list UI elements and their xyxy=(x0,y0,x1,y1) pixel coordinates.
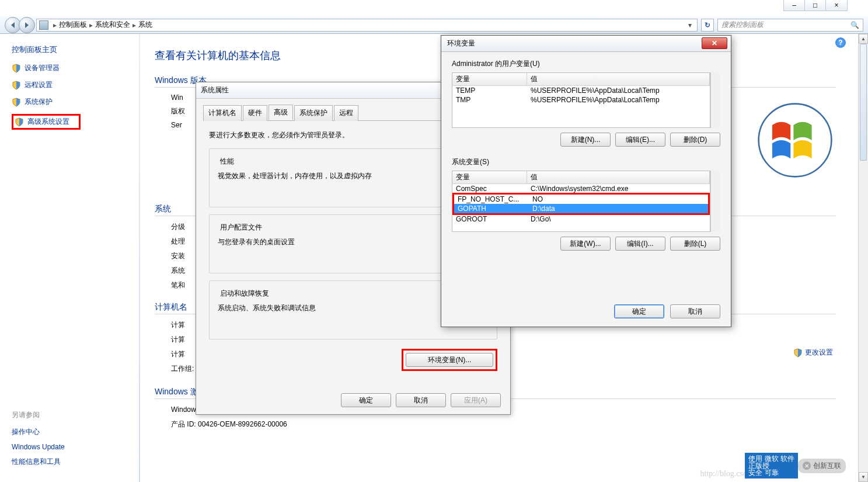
search-input[interactable]: 搜索控制面板 🔍 xyxy=(717,19,863,32)
col-variable[interactable]: 变量 xyxy=(452,73,527,85)
sys-vars-buttons: 新建(W)... 编辑(I)... 删除(L) xyxy=(452,237,720,251)
col-value[interactable]: 值 xyxy=(527,171,710,183)
var-value: NO xyxy=(529,195,546,204)
dialog-footer-buttons: 确定 取消 xyxy=(614,304,720,318)
tab-hardware[interactable]: 硬件 xyxy=(243,105,267,121)
vertical-scrollbar[interactable]: ▲ ▼ xyxy=(858,34,868,482)
list-row[interactable]: TEMP%USERPROFILE%\AppData\Local\Temp xyxy=(452,86,710,95)
close-button[interactable]: × xyxy=(826,0,847,11)
dialog-buttons: 确定 取消 应用(A) xyxy=(341,393,501,407)
breadcrumb-item[interactable]: 控制面板 xyxy=(59,20,87,30)
shield-icon xyxy=(12,98,21,107)
list-row[interactable]: GOROOTD:\Go\ xyxy=(452,214,710,224)
sys-delete-button[interactable]: 删除(L) xyxy=(670,237,720,251)
group-title: 性能 xyxy=(218,157,236,167)
minimize-icon: – xyxy=(792,1,796,9)
window-controls: – □ × xyxy=(783,0,848,11)
tab-remote[interactable]: 远程 xyxy=(334,105,358,121)
shield-icon xyxy=(12,64,21,73)
sidebar-item-advanced[interactable]: 高级系统设置 xyxy=(15,117,69,127)
list-row[interactable]: FP_NO_HOST_C...NO xyxy=(454,195,708,204)
dropdown-icon[interactable]: ▾ xyxy=(685,21,695,29)
x-icon: ✕ xyxy=(803,462,811,470)
highlight-advanced-settings: 高级系统设置 xyxy=(12,114,81,130)
user-vars-listview[interactable]: 变量 值 TEMP%USERPROFILE%\AppData\Local\Tem… xyxy=(452,72,710,128)
highlight-env-button: 环境变量(N)... xyxy=(402,349,497,371)
listview-scrollbar[interactable] xyxy=(710,171,720,232)
user-new-button[interactable]: 新建(N)... xyxy=(560,133,611,147)
help-icon: ? xyxy=(838,39,842,47)
group-title: 启动和故障恢复 xyxy=(218,289,271,299)
computer-icon xyxy=(39,20,48,30)
col-value[interactable]: 值 xyxy=(527,73,710,85)
search-icon: 🔍 xyxy=(850,21,859,29)
user-delete-button[interactable]: 删除(D) xyxy=(670,133,720,147)
minimize-button[interactable]: – xyxy=(784,0,805,11)
maximize-button[interactable]: □ xyxy=(805,0,826,11)
system-variables-section: 系统变量(S) 变量 值 ComSpecC:\Windows\system32\… xyxy=(441,150,731,254)
sys-edit-button[interactable]: 编辑(I)... xyxy=(615,237,665,251)
sidebar-item-remote[interactable]: 远程设置 xyxy=(12,80,134,90)
cancel-button[interactable]: 取消 xyxy=(396,393,446,407)
user-edit-button[interactable]: 编辑(E)... xyxy=(615,133,665,147)
forward-button[interactable] xyxy=(19,17,35,33)
var-name: GOROOT xyxy=(452,214,527,224)
sidebar-title[interactable]: 控制面板主页 xyxy=(12,44,134,55)
maximize-icon: □ xyxy=(813,1,817,9)
list-row[interactable]: TMP%USERPROFILE%\AppData\Local\Temp xyxy=(452,95,710,105)
chevron-right-icon: ▸ xyxy=(89,21,93,29)
scroll-down-icon[interactable]: ▼ xyxy=(859,472,868,482)
var-value: %USERPROFILE%\AppData\Local\Temp xyxy=(527,86,663,95)
var-name: ComSpec xyxy=(452,184,527,193)
scrollbar-thumb[interactable] xyxy=(860,44,867,161)
apply-button[interactable]: 应用(A) xyxy=(451,393,501,407)
sidebar-item-label: 系统保护 xyxy=(25,97,53,107)
link-performance[interactable]: 性能信息和工具 xyxy=(12,457,134,467)
explorer-toolbar: ▸ 控制面板 ▸ 系统和安全 ▸ 系统 ▾ ↻ 搜索控制面板 🔍 xyxy=(0,16,868,34)
var-value: D:\data xyxy=(529,204,559,213)
change-settings-link[interactable]: 更改设置 xyxy=(793,348,833,358)
refresh-button[interactable]: ↻ xyxy=(701,19,714,32)
shield-icon xyxy=(793,348,803,358)
sidebar-item-label: 高级系统设置 xyxy=(27,117,69,127)
tab-protection[interactable]: 系统保护 xyxy=(294,105,333,121)
badge-line: 安全 可靠 xyxy=(748,469,794,476)
chevron-right-icon: ▸ xyxy=(53,21,57,29)
var-name: GOPATH xyxy=(454,204,529,213)
sys-vars-listview[interactable]: 变量 值 ComSpecC:\Windows\system32\cmd.exe … xyxy=(452,171,710,232)
close-icon: ✕ xyxy=(712,39,717,47)
change-settings-label: 更改设置 xyxy=(805,348,833,358)
var-name: TEMP xyxy=(452,86,527,95)
address-bar[interactable]: ▸ 控制面板 ▸ 系统和安全 ▸ 系统 ▾ xyxy=(36,19,698,32)
highlight-gopath-row: FP_NO_HOST_C...NO GOPATHD:\data xyxy=(452,193,710,215)
ok-button[interactable]: 确定 xyxy=(614,304,664,318)
user-vars-buttons: 新建(N)... 编辑(E)... 删除(D) xyxy=(452,133,720,147)
list-row-selected[interactable]: GOPATHD:\data xyxy=(454,204,708,213)
ok-button[interactable]: 确定 xyxy=(341,393,391,407)
tab-computer-name[interactable]: 计算机名 xyxy=(203,105,242,121)
cancel-button[interactable]: 取消 xyxy=(670,304,720,318)
var-name: TMP xyxy=(452,95,527,105)
shield-icon xyxy=(15,117,24,127)
link-windows-update[interactable]: Windows Update xyxy=(12,443,134,451)
sys-new-button[interactable]: 新建(W)... xyxy=(560,237,611,251)
breadcrumb-item[interactable]: 系统和安全 xyxy=(95,20,130,30)
watermark-text: http://blog.csdn xyxy=(700,469,752,478)
sidebar-item-label: 远程设置 xyxy=(25,80,53,90)
user-variables-section: Administrator 的用户变量(U) 变量 值 TEMP%USERPRO… xyxy=(441,52,731,150)
listview-scrollbar[interactable] xyxy=(710,72,720,128)
shield-icon xyxy=(12,81,21,90)
sidebar-item-device-manager[interactable]: 设备管理器 xyxy=(12,63,134,73)
list-row[interactable]: ComSpecC:\Windows\system32\cmd.exe xyxy=(452,184,710,193)
breadcrumb-item[interactable]: 系统 xyxy=(138,20,152,30)
link-action-center[interactable]: 操作中心 xyxy=(12,427,134,437)
col-variable[interactable]: 变量 xyxy=(452,171,527,183)
genuine-badge: 使用 微软 软件 正版授 安全 可靠 xyxy=(745,453,798,478)
sidebar-item-protection[interactable]: 系统保护 xyxy=(12,97,134,107)
environment-variables-button[interactable]: 环境变量(N)... xyxy=(406,353,493,367)
help-button[interactable]: ? xyxy=(835,37,846,48)
tab-advanced[interactable]: 高级 xyxy=(269,105,293,120)
product-id: 产品 ID: 00426-OEM-8992662-00006 xyxy=(171,419,836,429)
scroll-up-icon[interactable]: ▲ xyxy=(859,34,868,44)
dialog-close-button[interactable]: ✕ xyxy=(702,37,727,49)
